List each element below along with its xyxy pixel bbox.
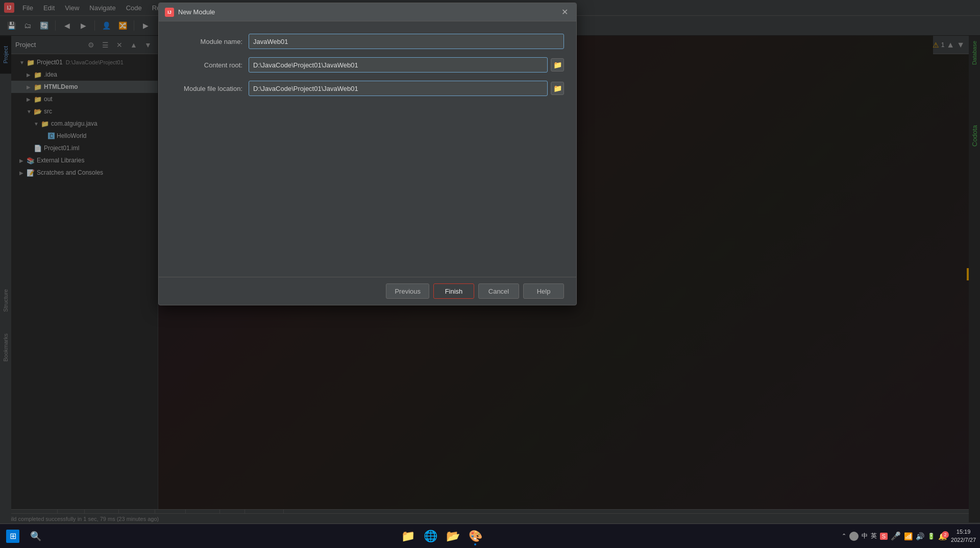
- tray-antivirus[interactable]: 英: [871, 532, 877, 540]
- dialog-app-icon: IJ: [165, 8, 174, 17]
- sys-tray-icons: ⌃ 中 英 S 🎤 📶 🔊 🔋 🔔 2: [842, 531, 947, 541]
- content-root-row: Content root: 📁: [171, 57, 564, 73]
- help-button[interactable]: Help: [523, 283, 564, 299]
- module-name-label: Module name:: [171, 38, 242, 45]
- module-name-input-wrap: [249, 34, 564, 49]
- file-manager-icon: 📁: [401, 530, 415, 543]
- notification-badge: 2: [942, 531, 949, 538]
- finish-button[interactable]: Finish: [433, 283, 474, 299]
- module-file-input-wrap: 📁: [249, 81, 564, 96]
- module-file-label: Module file location:: [171, 85, 242, 92]
- module-name-row: Module name:: [171, 34, 564, 49]
- clock-time: 15:19: [951, 528, 976, 536]
- explorer-icon: 📂: [446, 530, 460, 543]
- taskbar-app-intellij[interactable]: 🎨: [465, 526, 485, 546]
- content-root-input[interactable]: [249, 57, 548, 73]
- tray-ime[interactable]: 中: [862, 532, 868, 540]
- tray-wifi[interactable]: 📶: [904, 532, 913, 540]
- module-file-input[interactable]: [249, 81, 548, 96]
- module-name-input[interactable]: [249, 34, 564, 49]
- edge-icon: 🌐: [424, 530, 437, 543]
- taskbar-search[interactable]: 🔍: [26, 524, 46, 548]
- taskbar-clock[interactable]: 15:19 2022/7/27: [951, 528, 976, 544]
- dialog-footer: Previous Finish Cancel Help: [159, 277, 576, 305]
- tray-input-method[interactable]: S: [880, 533, 888, 540]
- taskbar-app-explorer[interactable]: 📂: [443, 526, 463, 546]
- taskbar: ⊞ 🔍 📁 🌐 📂 🎨 ⌃ 中 英 S 🎤 📶 🔊 🔋: [0, 523, 980, 548]
- previous-button[interactable]: Previous: [386, 283, 429, 299]
- dialog-title: New Module: [178, 8, 559, 16]
- dialog-close-button[interactable]: ✕: [559, 7, 570, 18]
- taskbar-apps: 📁 🌐 📂 🎨: [46, 526, 838, 546]
- taskbar-sys-tray: ⌃ 中 英 S 🎤 📶 🔊 🔋 🔔 2 15:19 2022/7/27: [838, 528, 980, 544]
- module-file-browse-button[interactable]: 📁: [551, 82, 564, 95]
- dialog-titlebar: IJ New Module ✕: [159, 3, 576, 21]
- tray-chevron[interactable]: ⌃: [842, 533, 846, 539]
- app-active-dot: [474, 543, 476, 545]
- content-root-label: Content root:: [171, 61, 242, 69]
- tray-volume[interactable]: 🔊: [916, 532, 924, 540]
- search-icon[interactable]: 🔍: [30, 531, 41, 542]
- tray-mic[interactable]: 🎤: [891, 531, 901, 541]
- dialog-body: Module name: Content root: 📁 Module file…: [159, 21, 576, 277]
- tray-battery[interactable]: 🔋: [927, 533, 935, 540]
- intellij-icon: 🎨: [469, 530, 482, 543]
- new-module-dialog: IJ New Module ✕ Module name: Content roo…: [158, 3, 577, 305]
- cancel-button[interactable]: Cancel: [478, 283, 519, 299]
- tray-network-icon[interactable]: [849, 532, 859, 541]
- taskbar-app-file-manager[interactable]: 📁: [398, 526, 418, 546]
- module-file-row: Module file location: 📁: [171, 81, 564, 96]
- windows-start-icon[interactable]: ⊞: [6, 530, 19, 543]
- taskbar-app-edge[interactable]: 🌐: [420, 526, 440, 546]
- taskbar-start[interactable]: ⊞: [0, 524, 26, 548]
- content-root-browse-button[interactable]: 📁: [551, 58, 564, 72]
- dialog-overlay: IJ New Module ✕ Module name: Content roo…: [0, 0, 980, 548]
- tray-notification[interactable]: 🔔 2: [938, 532, 947, 540]
- content-root-input-wrap: 📁: [249, 57, 564, 73]
- clock-date: 2022/7/27: [951, 536, 976, 544]
